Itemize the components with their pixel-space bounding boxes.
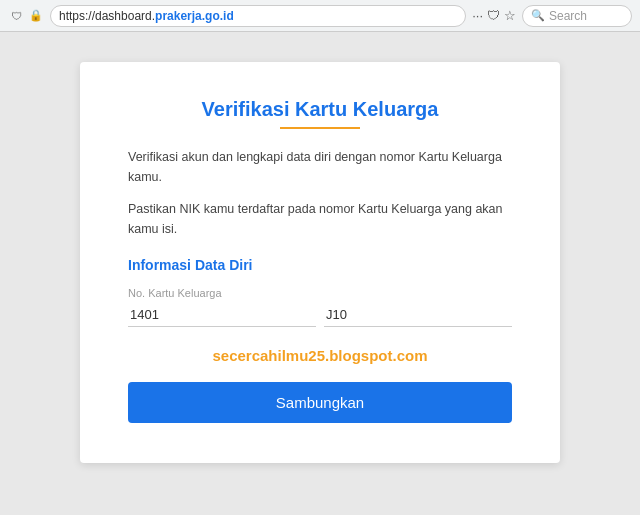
lock-icon: 🔒 xyxy=(28,8,44,24)
section-title: Informasi Data Diri xyxy=(128,257,512,273)
kk-field-label: No. Kartu Keluarga xyxy=(128,287,512,299)
description-2: Pastikan NIK kamu terdaftar pada nomor K… xyxy=(128,199,512,239)
search-placeholder: Search xyxy=(549,9,587,23)
kk-field-part2[interactable] xyxy=(324,303,512,327)
browser-controls: 🛡 🔒 xyxy=(8,8,44,24)
bookmark-icon[interactable]: ☆ xyxy=(504,8,516,23)
kk-input-group: No. Kartu Keluarga xyxy=(128,287,512,327)
shield-icon: 🛡 xyxy=(8,8,24,24)
verification-card: Verifikasi Kartu Keluarga Verifikasi aku… xyxy=(80,62,560,463)
card-title: Verifikasi Kartu Keluarga xyxy=(128,98,512,121)
title-underline xyxy=(280,127,360,129)
kk-input-row xyxy=(128,303,512,327)
page-body: Verifikasi Kartu Keluarga Verifikasi aku… xyxy=(0,32,640,515)
description-1: Verifikasi akun dan lengkapi data diri d… xyxy=(128,147,512,187)
submit-button[interactable]: Sambungkan xyxy=(128,382,512,423)
search-bar[interactable]: 🔍 Search xyxy=(522,5,632,27)
watermark-text: secercahilmu25.blogspot.com xyxy=(128,347,512,364)
browser-bar: 🛡 🔒 https://dashboard.prakerja.go.id ···… xyxy=(0,0,640,32)
url-text: https://dashboard.prakerja.go.id xyxy=(59,9,234,23)
address-bar[interactable]: https://dashboard.prakerja.go.id xyxy=(50,5,466,27)
menu-dots-icon[interactable]: ··· xyxy=(472,8,483,23)
search-icon: 🔍 xyxy=(531,9,545,22)
kk-field-part1[interactable] xyxy=(128,303,316,327)
browser-actions: ··· 🛡 ☆ xyxy=(472,8,516,23)
shield-check-icon[interactable]: 🛡 xyxy=(487,8,500,23)
